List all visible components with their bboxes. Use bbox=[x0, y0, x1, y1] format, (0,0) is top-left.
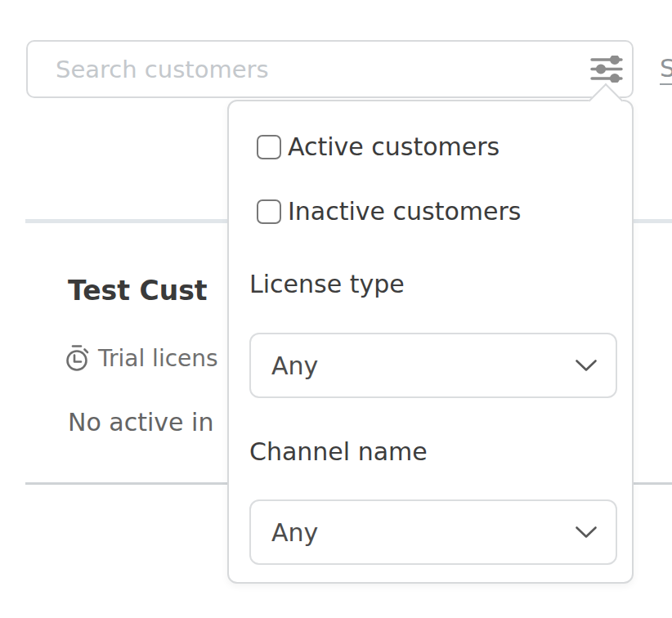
inactive-customers-checkbox-row[interactable]: Inactive customers bbox=[257, 198, 521, 225]
inactive-customers-checkbox[interactable] bbox=[257, 199, 281, 224]
filter-popover: Active customers Inactive customers Lice… bbox=[227, 100, 634, 584]
chevron-down-icon bbox=[575, 526, 598, 540]
chevron-down-icon bbox=[575, 359, 598, 373]
license-type-select-value: Any bbox=[271, 352, 575, 380]
channel-name-label: Channel name bbox=[249, 437, 428, 466]
checkbox-label: Active customers bbox=[288, 132, 500, 161]
license-info-row: Trial licens bbox=[65, 343, 218, 373]
checkbox-label: Inactive customers bbox=[288, 197, 521, 226]
license-type-text: Trial licens bbox=[98, 345, 218, 372]
sliders-icon bbox=[590, 56, 623, 83]
truncated-right-label[interactable]: S bbox=[660, 54, 672, 85]
search-box bbox=[26, 40, 634, 98]
channel-name-select-value: Any bbox=[271, 518, 575, 547]
active-customers-checkbox[interactable] bbox=[257, 135, 281, 159]
channel-name-select[interactable]: Any bbox=[249, 499, 617, 565]
customer-status-text: No active in bbox=[68, 408, 213, 437]
active-customers-checkbox-row[interactable]: Active customers bbox=[257, 133, 500, 160]
stopwatch-icon bbox=[65, 343, 91, 373]
customer-name: Test Cust bbox=[68, 275, 208, 307]
search-input[interactable] bbox=[28, 42, 581, 96]
license-type-select[interactable]: Any bbox=[249, 333, 617, 398]
license-type-label: License type bbox=[249, 270, 405, 298]
